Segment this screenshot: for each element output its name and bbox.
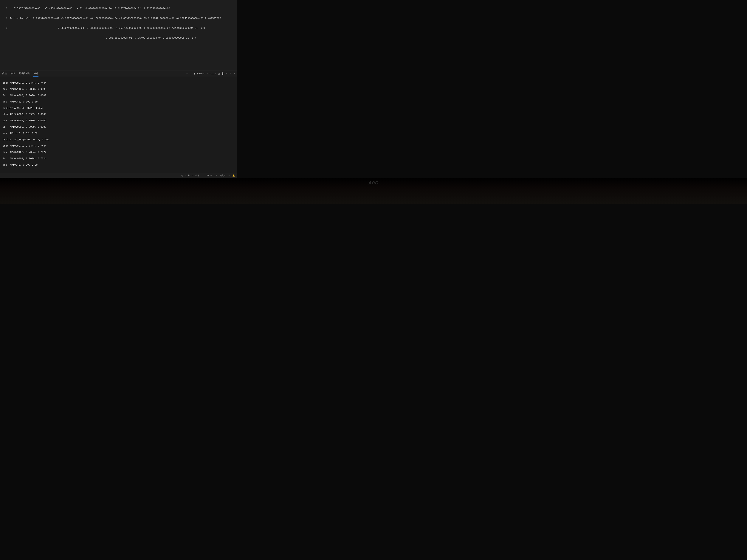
new-terminal-icon[interactable]: ＋ <box>186 72 188 75</box>
panel-tabbar: 问题 输出 调试控制台 终端 ＋ ⌄ ◆ python - tools ◫ 🗑 … <box>0 71 237 77</box>
code-text: …: 7.533745000000e-03 … -7.445048000000e… <box>10 7 170 10</box>
tab-debug-console[interactable]: 调试控制台 <box>18 71 30 77</box>
status-eol[interactable]: LF <box>214 175 217 177</box>
terminal-line: 3d AP:0.9402, 0.7024, 0.7024 <box>3 157 235 160</box>
ide-window: 7 …: 7.533745000000e-03 … -7.44504800000… <box>0 0 237 178</box>
terminal-line: aos AP:1.13, 0.82, 0.82 <box>3 132 235 135</box>
split-terminal-icon[interactable]: ◫ <box>218 72 220 75</box>
terminal-kind-label[interactable]: python - tools <box>197 73 216 75</box>
close-panel-icon[interactable]: ✕ <box>234 72 235 75</box>
monitor-brand-logo: AOC <box>0 178 747 186</box>
editor-line: 9 7.553071000000e-04 -2.035826000000e-03… <box>0 27 237 30</box>
code-text: Tr_imu_to_velo: 9.999976000000e-01 -9.99… <box>10 17 221 20</box>
blank-line <box>3 170 235 173</box>
notifications-icon[interactable]: 🔔 <box>232 175 235 177</box>
tab-problems[interactable]: 问题 <box>2 71 7 77</box>
code-text: 7.553071000000e-04 -2.035826000000e-03 -… <box>10 27 205 30</box>
editor-line: 8 Tr_imu_to_velo: 9.999976000000e-01 -9.… <box>0 17 237 20</box>
panel-actions: ＋ ⌄ ◆ python - tools ◫ 🗑 ⋯ ＾ ✕ <box>186 72 235 75</box>
line-number: 8 <box>0 17 10 20</box>
python-icon: ◆ <box>194 72 195 75</box>
terminal-line: bev AP:9.0909, 9.0909, 9.0909 <box>3 119 235 123</box>
code-text: -8.086759000000e-01 -7.854027000000e-04 … <box>10 36 196 40</box>
terminal-line: aos AP:0.43, 0.39, 0.39 <box>3 101 235 104</box>
editor-line: -8.086759000000e-01 -7.854027000000e-04 … <box>0 36 237 40</box>
statusbar: 行 1, 列 1 空格: 4 UTF-8 LF 纯文本 ⚐ 🔔 <box>0 173 237 178</box>
tab-terminal[interactable]: 终端 <box>33 71 38 77</box>
terminal-line: bbox AP:9.0909, 9.0909, 9.0909 <box>3 113 235 116</box>
status-line-col[interactable]: 行 1, 列 1 <box>181 174 193 177</box>
kill-terminal-icon[interactable]: 🗑 <box>221 72 224 75</box>
terminal-line: Cyclist AP_R40@0.50, 0.25, 0.25: <box>3 138 235 141</box>
terminal-line: bev AP:0.9402, 0.7024, 0.7024 <box>3 151 235 154</box>
feedback-icon[interactable]: ⚐ <box>228 175 230 177</box>
status-indent[interactable]: 空格: 4 <box>195 174 203 177</box>
terminal-line: bev AP:0.1190, 0.0893, 0.0893 <box>3 88 235 91</box>
line-number: 7 <box>0 7 10 10</box>
terminal-line: 3d AP:0.0000, 0.0000, 0.0000 <box>3 94 235 97</box>
editor-line: 7 …: 7.533745000000e-03 … -7.44504800000… <box>0 7 237 10</box>
monitor-bezel: AOC <box>0 178 747 204</box>
status-language[interactable]: 纯文本 <box>220 174 226 177</box>
terminal-output[interactable]: bbox AP:0.8079, 0.7444, 0.7444 bev AP:0.… <box>0 77 237 173</box>
editor-pane[interactable]: 7 …: 7.533745000000e-03 … -7.44504800000… <box>0 0 237 48</box>
terminal-line: bbox AP:0.8079, 0.7444, 0.7444 <box>3 144 235 148</box>
terminal-line: bbox AP:0.8079, 0.7444, 0.7444 <box>3 82 235 85</box>
terminal-line: 3d AP:9.0909, 9.0909, 9.0909 <box>3 126 235 129</box>
tab-output[interactable]: 输出 <box>10 71 15 77</box>
panel-tabs: 问题 输出 调试控制台 终端 <box>2 71 186 77</box>
terminal-dropdown-icon[interactable]: ⌄ <box>190 72 192 75</box>
terminal-line: Cyclist AP@0.50, 0.25, 0.25: <box>3 107 235 110</box>
line-number <box>0 36 10 40</box>
more-actions-icon[interactable]: ⋯ <box>226 72 227 75</box>
maximize-panel-icon[interactable]: ＾ <box>229 72 232 75</box>
terminal-line: aos AP:0.43, 0.39, 0.39 <box>3 163 235 167</box>
status-encoding[interactable]: UTF-8 <box>206 175 212 177</box>
line-number: 9 <box>0 27 10 30</box>
